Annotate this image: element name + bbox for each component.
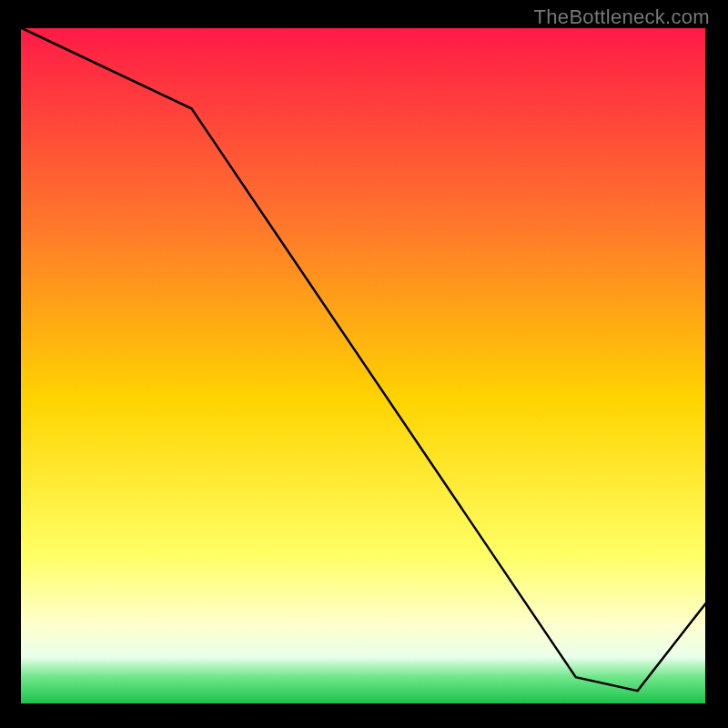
watermark-text: TheBottleneck.com <box>534 5 710 29</box>
plot-background <box>20 27 706 704</box>
chart-container: TheBottleneck.com <box>0 0 728 728</box>
bottleneck-chart <box>0 0 728 728</box>
